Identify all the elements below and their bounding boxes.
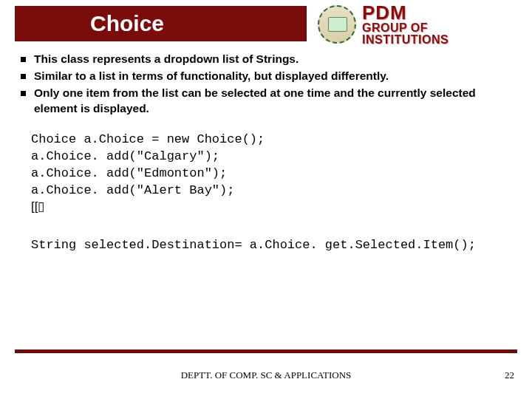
- footer-divider: [15, 349, 517, 353]
- code-line: a.Choice. add("Alert Bay");: [31, 183, 234, 197]
- logo-line3: INSTITUTIONS: [362, 34, 449, 46]
- code-block-2: String selected.Destination= a.Choice. g…: [31, 237, 517, 254]
- footer-page-number: 22: [505, 369, 514, 381]
- slide-title: Choice: [90, 11, 164, 36]
- bullet-item: Only one item from the list can be selec…: [21, 86, 517, 117]
- footer-department: DEPTT. OF COMP. SC & APPLICATIONS: [0, 369, 532, 381]
- body-content: This class represents a dropdown list of…: [15, 52, 517, 254]
- code-line: a.Choice. add("Calgary");: [31, 149, 219, 163]
- code-line: a.Choice. add("Edmonton");: [31, 166, 227, 180]
- code-block-1: Choice a.Choice = new Choice(); a.Choice…: [31, 132, 517, 217]
- logo-badge-icon: [318, 5, 356, 44]
- code-line: String selected.Destination= a.Choice. g…: [31, 238, 476, 252]
- code-line: Choice a.Choice = new Choice();: [31, 132, 265, 146]
- logo-line2: GROUP OF: [362, 22, 449, 34]
- title-bar: Choice: [15, 6, 307, 41]
- institution-logo: PDM GROUP OF INSTITUTIONS: [318, 4, 517, 45]
- slide: Choice PDM GROUP OF INSTITUTIONS This cl…: [0, 0, 532, 399]
- bullet-list: This class represents a dropdown list of…: [15, 52, 517, 117]
- logo-line1: PDM: [362, 3, 449, 22]
- bullet-item: This class represents a dropdown list of…: [21, 52, 517, 67]
- bullet-item: Similar to a list in terms of functional…: [21, 69, 517, 84]
- code-line: [[▯: [31, 200, 44, 214]
- logo-text: PDM GROUP OF INSTITUTIONS: [362, 3, 449, 46]
